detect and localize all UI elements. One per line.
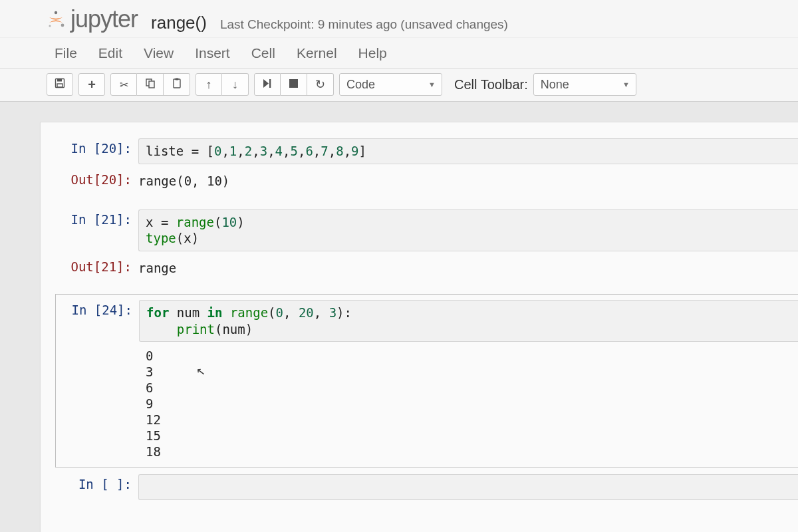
save-icon [55, 78, 65, 91]
output-prompt: Out[21]: [41, 259, 132, 274]
input-prompt: In [20]: [41, 141, 132, 156]
code-content [146, 479, 791, 495]
svg-point-2 [49, 25, 51, 27]
arrow-down-icon: ↓ [232, 78, 238, 92]
svg-rect-12 [289, 79, 298, 88]
input-prompt: In [21]: [41, 212, 132, 227]
menu-help[interactable]: Help [358, 40, 387, 66]
cut-icon: ✂ [120, 78, 128, 91]
notebook-container: In [20]:liste = [0,1,2,3,4,5,6,7,8,9]Out… [40, 122, 798, 532]
code-cell[interactable]: In [24]:for num in range(0, 20, 3): prin… [55, 294, 798, 467]
code-content: x = range(10) type(x) [146, 214, 791, 247]
code-cell[interactable]: In [20]:liste = [0,1,2,3,4,5,6,7,8,9] [41, 136, 798, 167]
run-icon [263, 78, 273, 91]
svg-rect-7 [149, 81, 154, 88]
code-content: liste = [0,1,2,3,4,5,6,7,8,9] [146, 143, 791, 160]
svg-rect-8 [174, 79, 180, 88]
svg-point-0 [55, 11, 57, 14]
svg-marker-11 [263, 79, 269, 88]
output-row: Out[21]:range [41, 254, 798, 285]
code-input-area[interactable]: x = range(10) type(x) [138, 209, 798, 251]
paste-button[interactable] [164, 73, 190, 96]
svg-rect-5 [57, 84, 63, 87]
jupyter-planet-icon [47, 10, 65, 29]
toolbar: + ✂ ↑ ↓ [0, 69, 798, 102]
insert-cell-below-button[interactable]: + [78, 73, 105, 96]
code-cell[interactable]: In [ ]: [41, 471, 798, 503]
execute-result: range [138, 261, 798, 277]
notebook-title[interactable]: range() [151, 13, 207, 33]
paste-icon [172, 78, 182, 91]
menu-view[interactable]: View [144, 40, 174, 66]
run-cell-button[interactable] [254, 73, 281, 96]
copy-icon [145, 78, 156, 91]
execute-result: range(0, 10) [138, 174, 798, 190]
svg-rect-10 [269, 79, 271, 88]
menubar: File Edit View Insert Cell Kernel Help [0, 37, 798, 69]
svg-rect-9 [175, 78, 178, 80]
cut-button[interactable]: ✂ [110, 73, 137, 96]
move-cell-down-button[interactable]: ↓ [222, 73, 249, 96]
stdout-output: 0 3 6 9 12 15 18 [139, 348, 161, 460]
checkpoint-info: Last Checkpoint: 9 minutes ago (unsaved … [220, 17, 508, 32]
cell-toolbar-select[interactable]: None [533, 73, 636, 96]
save-button[interactable] [47, 73, 73, 96]
output-row: Out[20]:range(0, 10) [41, 167, 798, 198]
svg-rect-4 [57, 79, 62, 82]
restart-kernel-button[interactable]: ↻ [307, 73, 334, 96]
code-input-area[interactable]: liste = [0,1,2,3,4,5,6,7,8,9] [138, 138, 798, 164]
code-content: for num in range(0, 20, 3): print(num) [146, 305, 791, 337]
plus-icon: + [88, 77, 96, 92]
cell-type-select[interactable]: Code [339, 73, 442, 96]
menu-kernel[interactable]: Kernel [297, 40, 337, 66]
menu-cell[interactable]: Cell [251, 40, 275, 66]
notebook-header: jupyter range() Last Checkpoint: 9 minut… [0, 0, 798, 37]
copy-button[interactable] [137, 73, 164, 96]
arrow-up-icon: ↑ [206, 78, 212, 92]
cell-toolbar-label: Cell Toolbar: [454, 77, 528, 92]
code-input-area[interactable]: for num in range(0, 20, 3): print(num) [139, 300, 798, 342]
menu-file[interactable]: File [55, 40, 77, 66]
jupyter-logo[interactable]: jupyter [47, 5, 138, 33]
output-prompt: Out[20]: [41, 172, 132, 187]
input-prompt: In [24]: [56, 303, 132, 317]
move-cell-up-button[interactable]: ↑ [196, 73, 222, 96]
jupyter-logo-text: jupyter [70, 5, 138, 33]
menu-insert[interactable]: Insert [195, 40, 230, 66]
code-cell[interactable]: In [21]:x = range(10) type(x) [41, 207, 798, 254]
interrupt-kernel-button[interactable] [281, 73, 307, 96]
code-input-area[interactable] [138, 474, 798, 500]
menu-edit[interactable]: Edit [98, 40, 122, 66]
input-prompt: In [ ]: [41, 477, 132, 491]
stop-icon [289, 78, 298, 90]
restart-icon: ↻ [315, 77, 325, 92]
svg-point-1 [61, 24, 65, 27]
